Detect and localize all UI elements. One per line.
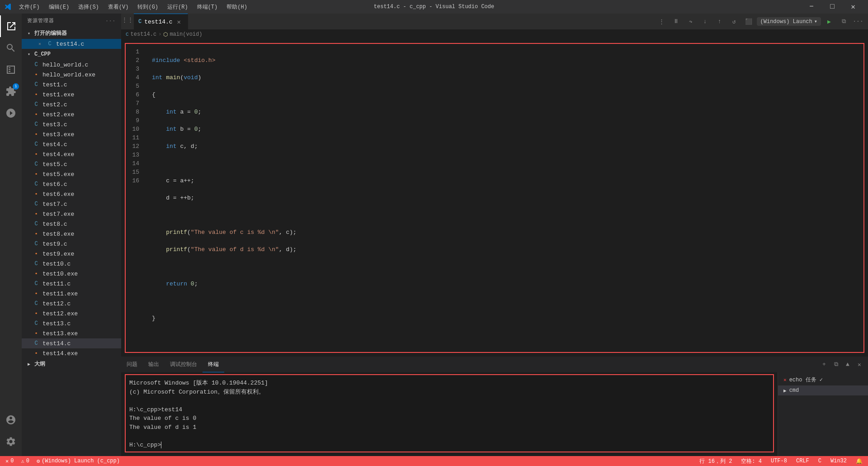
menu-file[interactable]: 文件(F) — [15, 2, 43, 12]
file-test3-c[interactable]: C test3.c — [22, 119, 121, 129]
file-test12-exe[interactable]: ▪ test12.exe — [22, 309, 121, 319]
status-warnings[interactable]: ⚠ 0 — [19, 458, 31, 465]
toggle-panel-button[interactable]: ⋮ — [656, 15, 668, 28]
file-test5-exe[interactable]: ▪ test5.exe — [22, 169, 121, 179]
file-test4-exe[interactable]: ▪ test4.exe — [22, 149, 121, 159]
file-name: test11.c — [42, 281, 71, 287]
code-editor-box[interactable]: 1 2 3 4 5 6 7 8 9 10 11 12 13 14 — [125, 43, 864, 353]
run-button[interactable]: ▶ — [823, 15, 835, 28]
status-encoding[interactable]: UTF-8 — [769, 458, 789, 464]
file-test7-c[interactable]: C test7.c — [22, 199, 121, 209]
restart-button[interactable]: ↺ — [728, 15, 741, 28]
code-lines[interactable]: #include <stdio.h> int main(void) { int … — [148, 44, 863, 352]
file-test14-c[interactable]: C test14.c — [22, 338, 121, 348]
file-test13-exe[interactable]: ▪ test13.exe — [22, 328, 121, 338]
breadcrumb-filename[interactable]: test14.c — [131, 31, 157, 38]
file-name: test14.c — [42, 340, 71, 347]
activity-source-control[interactable] — [0, 59, 22, 81]
file-test10-exe[interactable]: ▪ test10.exe — [22, 269, 121, 279]
activity-extensions[interactable]: 1 — [0, 81, 22, 102]
close-panel-button[interactable]: ✕ — [854, 360, 864, 370]
outline-header[interactable]: ▶ 大纲 — [22, 358, 121, 370]
menu-edit[interactable]: 编辑(E) — [45, 2, 73, 12]
file-test11-c[interactable]: C test11.c — [22, 279, 121, 289]
file-test1-c[interactable]: C test1.c — [22, 80, 121, 90]
status-language[interactable]: C — [816, 458, 823, 464]
activity-accounts[interactable] — [0, 409, 22, 431]
step-into-button[interactable]: ↓ — [699, 15, 712, 28]
activity-explorer[interactable] — [0, 15, 22, 37]
file-test8-c[interactable]: C test8.c — [22, 219, 121, 229]
menu-select[interactable]: 选择(S) — [75, 2, 103, 12]
file-test12-c[interactable]: C test12.c — [22, 299, 121, 309]
file-test14-exe[interactable]: ▪ test14.exe — [22, 348, 121, 358]
file-test9-exe[interactable]: ▪ test9.exe — [22, 249, 121, 259]
file-test4-c[interactable]: C test4.c — [22, 139, 121, 149]
split-terminal-button[interactable]: ⧉ — [831, 360, 841, 370]
step-out-button[interactable]: ↑ — [713, 15, 726, 28]
activity-run-debug[interactable] — [0, 102, 22, 124]
panel-tabs: 问题 输出 调试控制台 终端 + ⧉ ▲ ✕ — [121, 357, 868, 372]
activity-settings[interactable] — [0, 431, 22, 452]
panel-tab-debug-console[interactable]: 调试控制台 — [165, 357, 203, 372]
status-line-col[interactable]: 行 16，列 2 — [698, 457, 734, 465]
status-feedback[interactable]: 🔔 — [854, 458, 864, 465]
open-editor-test14[interactable]: ✕ C test14.c — [22, 39, 121, 49]
add-terminal-button[interactable]: + — [819, 360, 829, 370]
status-errors[interactable]: ✕ 0 — [4, 458, 15, 465]
pause-button[interactable]: ⏸ — [670, 15, 683, 28]
panel-tab-problems[interactable]: 问题 — [121, 357, 143, 372]
window-controls: − □ ✕ — [801, 0, 863, 14]
file-hello-world-c[interactable]: C hello_world.c — [22, 60, 121, 70]
file-test8-exe[interactable]: ▪ test8.exe — [22, 229, 121, 239]
status-platform[interactable]: Win32 — [829, 458, 849, 464]
stop-button[interactable]: ⬛ — [742, 15, 755, 28]
file-name: test8.c — [42, 221, 67, 228]
file-test1-exe[interactable]: ▪ test1.exe — [22, 90, 121, 100]
menu-help[interactable]: 帮助(H) — [223, 2, 251, 12]
file-test3-exe[interactable]: ▪ test3.exe — [22, 129, 121, 139]
file-test11-exe[interactable]: ▪ test11.exe — [22, 289, 121, 299]
more-actions-button[interactable]: ··· — [852, 15, 864, 28]
tab-close-button[interactable]: ✕ — [175, 18, 183, 25]
file-test7-exe[interactable]: ▪ test7.exe — [22, 209, 121, 219]
split-editor-button[interactable]: ⋮⋮ — [121, 14, 134, 26]
breadcrumb-symbol[interactable]: main(void) — [170, 31, 202, 38]
sidebar-more-button[interactable]: ··· — [105, 18, 116, 24]
file-test6-exe[interactable]: ▪ test6.exe — [22, 189, 121, 199]
minimize-button[interactable]: − — [801, 0, 822, 14]
menu-terminal[interactable]: 终端(T) — [193, 2, 222, 12]
terminal-cmd[interactable]: ▶ cmd — [778, 385, 868, 395]
file-test2-c[interactable]: C test2.c — [22, 100, 121, 109]
panel-tab-terminal[interactable]: 终端 — [203, 357, 224, 372]
file-test2-exe[interactable]: ▪ test2.exe — [22, 109, 121, 119]
file-test13-c[interactable]: C test13.c — [22, 319, 121, 328]
terminal-echo-task[interactable]: ✕ echo 任务 ✓ — [778, 374, 868, 385]
menu-run[interactable]: 运行(R) — [164, 2, 192, 12]
line-num-2: 2 — [126, 56, 145, 65]
open-editors-header[interactable]: ▾ 打开的编辑器 — [22, 28, 121, 39]
menu-view[interactable]: 查看(V) — [104, 2, 132, 12]
maximize-button[interactable]: □ — [822, 0, 843, 14]
tab-test14[interactable]: C test14.c ✕ — [134, 14, 188, 29]
file-test10-c[interactable]: C test10.c — [22, 259, 121, 269]
file-test6-c[interactable]: C test6.c — [22, 179, 121, 189]
file-hello-world-exe[interactable]: ▪ hello_world.exe — [22, 70, 121, 80]
line-num-8: 8 — [126, 108, 145, 116]
step-over-button[interactable]: ↷ — [684, 15, 697, 28]
status-spaces[interactable]: 空格: 4 — [739, 457, 764, 465]
launch-config-selector[interactable]: (Windows) Launch ▾ — [757, 17, 821, 26]
split-view-button[interactable]: ⧉ — [837, 15, 850, 28]
file-test5-c[interactable]: C test5.c — [22, 159, 121, 169]
panel-tab-output[interactable]: 输出 — [143, 357, 165, 372]
status-eol[interactable]: CRLF — [794, 458, 811, 464]
c-cpp-header[interactable]: ▾ C_CPP — [22, 49, 121, 60]
status-launch[interactable]: ⚙ (Windows) Launch (c_cpp) — [35, 458, 122, 465]
activity-search[interactable] — [0, 37, 22, 59]
file-test9-c[interactable]: C test9.c — [22, 239, 121, 249]
terminal-output[interactable]: Microsoft Windows [版本 10.0.19044.2251] (… — [125, 374, 774, 452]
menu-goto[interactable]: 转到(G) — [134, 2, 162, 12]
maximize-panel-button[interactable]: ▲ — [843, 360, 853, 370]
exe-icon: ▪ — [33, 111, 40, 118]
close-button[interactable]: ✕ — [843, 0, 863, 14]
